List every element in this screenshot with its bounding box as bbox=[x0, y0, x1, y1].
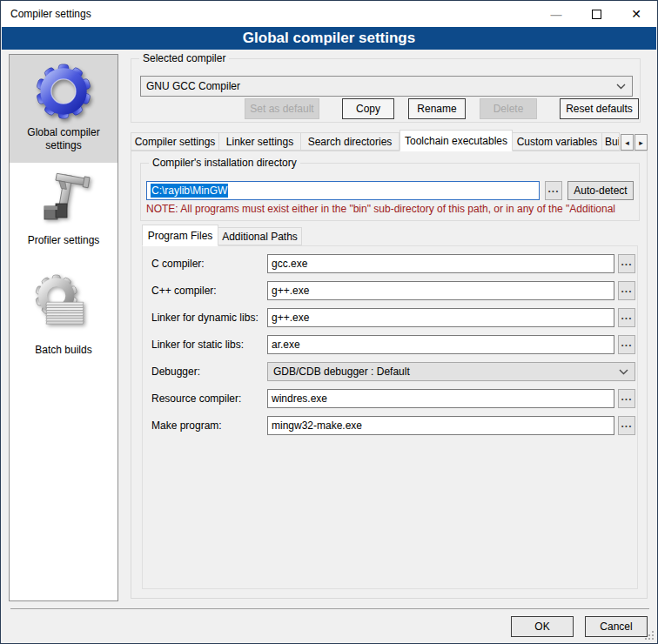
tab-scroll-arrows: ◂ ▸ bbox=[620, 134, 648, 151]
installation-directory-input[interactable]: C:\raylib\MinGW bbox=[146, 181, 540, 200]
sidebar-item-profiler-settings[interactable]: Profiler settings bbox=[10, 163, 118, 264]
sidebar-item-label: Profiler settings bbox=[24, 229, 104, 256]
subtab-program-files[interactable]: Program Files bbox=[142, 225, 218, 246]
installation-directory-group-label: Compiler's installation directory bbox=[149, 157, 300, 170]
debugger-select[interactable]: GDB/CDB debugger : Default bbox=[267, 362, 635, 381]
tab-toolchain-executables[interactable]: Toolchain executables bbox=[400, 130, 513, 151]
cpp-compiler-browse-button[interactable]: ... bbox=[618, 281, 635, 300]
compiler-select-value: GNU GCC Compiler bbox=[146, 80, 240, 92]
page-title: Global compiler settings bbox=[2, 27, 656, 50]
tab-linker-settings[interactable]: Linker settings bbox=[219, 132, 301, 151]
resource-compiler-input[interactable]: windres.exe bbox=[267, 389, 614, 408]
dialog-body: Global compiler settings bbox=[2, 50, 656, 642]
field-label-debugger: Debugger: bbox=[151, 362, 200, 381]
tab-custom-variables[interactable]: Custom variables bbox=[513, 132, 602, 151]
cancel-button[interactable]: Cancel bbox=[585, 616, 648, 637]
chevron-down-icon bbox=[616, 80, 626, 92]
chevron-down-icon bbox=[619, 366, 628, 378]
reset-defaults-button[interactable]: Reset defaults bbox=[560, 98, 639, 119]
tab-scroll-right-button[interactable]: ▸ bbox=[634, 134, 648, 151]
note-text: NOTE: All programs must exist either in … bbox=[146, 203, 634, 215]
selected-compiler-group-label: Selected compiler bbox=[139, 52, 229, 65]
field-label-linker-dynamic: Linker for dynamic libs: bbox=[151, 308, 258, 327]
subtab-additional-paths[interactable]: Additional Paths bbox=[218, 227, 302, 245]
c-compiler-browse-button[interactable]: ... bbox=[618, 254, 635, 273]
installation-directory-group: Compiler's installation directory C:\ray… bbox=[140, 163, 640, 221]
copy-button[interactable]: Copy bbox=[342, 98, 394, 119]
make-program-browse-button[interactable]: ... bbox=[618, 416, 635, 435]
arrow-right-icon: ▸ bbox=[639, 138, 643, 147]
close-button[interactable]: ✕ bbox=[616, 1, 656, 27]
window-titlebar[interactable]: Compiler settings — ✕ bbox=[2, 1, 656, 27]
auto-detect-button[interactable]: Auto-detect bbox=[567, 181, 634, 200]
settings-category-list[interactable]: Global compiler settings bbox=[9, 54, 118, 601]
program-files-panel: C compiler: gcc.exe ... C++ compiler: g+… bbox=[142, 245, 638, 589]
sidebar-item-batch-builds[interactable]: Batch builds bbox=[10, 264, 118, 377]
footer-divider bbox=[10, 608, 649, 609]
main-tabstrip: Compiler settings Linker settings Search… bbox=[131, 129, 648, 151]
selected-compiler-group: Selected compiler GNU GCC Compiler Set a… bbox=[131, 58, 641, 123]
tab-search-directories[interactable]: Search directories bbox=[301, 132, 400, 151]
resource-compiler-browse-button[interactable]: ... bbox=[618, 389, 635, 408]
compiler-settings-dialog: Compiler settings — ✕ Global compiler se… bbox=[0, 0, 658, 644]
toolchain-executables-panel: Compiler's installation directory C:\ray… bbox=[131, 151, 648, 599]
caliper-icon bbox=[34, 170, 93, 229]
rename-button[interactable]: Rename bbox=[408, 98, 466, 119]
tab-compiler-settings[interactable]: Compiler settings bbox=[131, 132, 219, 151]
sidebar-item-label: Global compiler settings bbox=[10, 121, 118, 161]
cpp-compiler-input[interactable]: g++.exe bbox=[267, 281, 614, 300]
linker-static-input[interactable]: ar.exe bbox=[267, 335, 614, 354]
minimize-button[interactable]: — bbox=[536, 1, 576, 27]
maximize-icon bbox=[592, 10, 601, 19]
installation-directory-browse-button[interactable]: ... bbox=[545, 181, 562, 200]
sidebar-item-label: Batch builds bbox=[31, 339, 95, 366]
field-label-resource-compiler: Resource compiler: bbox=[151, 389, 241, 408]
installation-directory-value: C:\raylib\MinGW bbox=[151, 184, 228, 198]
c-compiler-input[interactable]: gcc.exe bbox=[267, 254, 614, 273]
linker-dynamic-input[interactable]: g++.exe bbox=[267, 308, 614, 327]
arrow-left-icon: ◂ bbox=[625, 138, 629, 147]
field-label-cpp-compiler: C++ compiler: bbox=[151, 281, 217, 300]
make-program-input[interactable]: mingw32-make.exe bbox=[267, 416, 614, 435]
linker-dynamic-browse-button[interactable]: ... bbox=[618, 308, 635, 327]
set-as-default-button[interactable]: Set as default bbox=[245, 98, 319, 119]
maximize-button[interactable] bbox=[576, 1, 616, 27]
tab-build-clipped[interactable]: Builc bbox=[602, 132, 620, 151]
window-controls: — ✕ bbox=[536, 1, 656, 27]
ok-button[interactable]: OK bbox=[511, 616, 574, 637]
close-icon: ✕ bbox=[631, 7, 641, 21]
gear-blue-icon bbox=[34, 62, 93, 121]
minimize-icon: — bbox=[551, 8, 562, 21]
sidebar-item-global-compiler-settings[interactable]: Global compiler settings bbox=[10, 55, 118, 163]
delete-button[interactable]: Delete bbox=[480, 98, 537, 119]
compiler-select[interactable]: GNU GCC Compiler bbox=[140, 76, 633, 97]
tab-scroll-left-button[interactable]: ◂ bbox=[621, 134, 634, 151]
window-title: Compiler settings bbox=[10, 1, 91, 27]
debugger-select-value: GDB/CDB debugger : Default bbox=[273, 366, 410, 378]
field-label-c-compiler: C compiler: bbox=[151, 254, 205, 273]
field-label-make-program: Make program: bbox=[151, 416, 222, 435]
resize-grip-icon[interactable] bbox=[645, 631, 654, 640]
field-label-linker-static: Linker for static libs: bbox=[151, 335, 244, 354]
linker-static-browse-button[interactable]: ... bbox=[618, 335, 635, 354]
gear-stack-icon bbox=[34, 271, 93, 339]
program-files-tabstrip: Program Files Additional Paths bbox=[142, 224, 302, 245]
